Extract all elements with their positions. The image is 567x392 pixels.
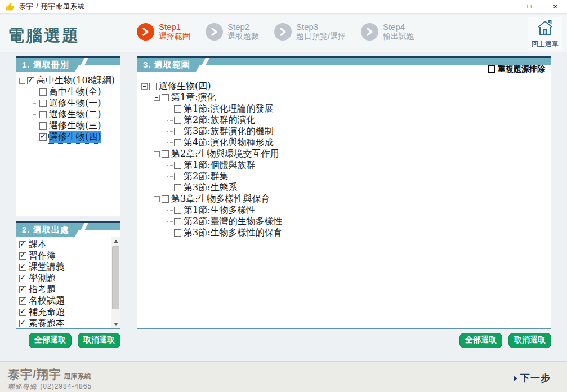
tree-label[interactable]: 高中生物(108課綱) — [37, 75, 115, 87]
source-row[interactable]: 指考題 — [19, 284, 120, 295]
tree-row[interactable]: 第2節:族群的演化 — [166, 114, 551, 126]
step-item-4[interactable]: Step4輸出試題 — [361, 23, 414, 41]
source-row[interactable]: 課堂講義 — [19, 261, 120, 273]
tree-label[interactable]: 第1節:演化理論的發展 — [184, 103, 274, 115]
source-row[interactable]: 素養題本 — [19, 318, 120, 328]
tree-label[interactable]: 高中生物(全) — [49, 86, 101, 98]
close-button[interactable]: × — [549, 0, 561, 13]
tree-label[interactable]: 第1節:生物多樣性 — [184, 204, 256, 216]
tree-label[interactable]: 第2節:群集 — [184, 171, 229, 182]
step-item-1[interactable]: Step1選擇範圍 — [137, 23, 190, 41]
scope-select-all-button[interactable]: 全部選取 — [459, 333, 502, 348]
scroll-up-button[interactable] — [111, 237, 120, 246]
tree-label[interactable]: 第1節:個體與族群 — [184, 159, 256, 171]
dedupe-option[interactable]: 重複題源排除 — [488, 64, 545, 74]
tree-row[interactable]: 第1節:個體與族群 — [166, 159, 551, 171]
tree-row[interactable]: 第4節:演化與物種形成 — [166, 137, 551, 148]
tree-label[interactable]: 第3章:生物多樣性與保育 — [171, 193, 270, 205]
source-row[interactable]: 名校試題 — [19, 295, 120, 306]
scroll-down-button[interactable] — [111, 319, 120, 328]
source-checkbox[interactable] — [19, 264, 26, 271]
tree-checkbox[interactable] — [174, 117, 181, 124]
dedupe-checkbox[interactable] — [488, 65, 495, 73]
sources-scrollbar[interactable] — [111, 237, 120, 328]
step-item-2[interactable]: Step2選取題數 — [206, 23, 259, 41]
tree-row[interactable]: 第3節:生態系 — [166, 182, 551, 193]
collapse-icon[interactable] — [154, 196, 160, 202]
tree-checkbox[interactable] — [174, 162, 181, 169]
source-checkbox[interactable] — [19, 297, 26, 305]
tree-row[interactable]: 選修生物(四) — [141, 81, 551, 92]
tree-checkbox[interactable] — [174, 128, 181, 135]
books-select-all-button[interactable]: 全部選取 — [29, 333, 72, 348]
source-checkbox[interactable] — [19, 320, 26, 327]
source-checkbox[interactable] — [19, 241, 26, 248]
tree-label[interactable]: 第1章:演化 — [171, 92, 216, 104]
tree-checkbox[interactable] — [39, 88, 47, 96]
tree-row[interactable]: 第2節:臺灣的生物多樣性 — [166, 216, 551, 227]
source-row[interactable]: 課本 — [19, 239, 120, 250]
tree-row[interactable]: 選修生物(二) — [32, 109, 120, 120]
source-checkbox[interactable] — [19, 286, 26, 293]
tree-checkbox[interactable] — [162, 195, 169, 203]
tree-checkbox[interactable] — [39, 100, 47, 107]
tree-checkbox[interactable] — [174, 229, 181, 237]
tree-label[interactable]: 選修生物(四) — [49, 131, 101, 143]
next-step-button[interactable]: 下一步 — [514, 372, 551, 385]
tree-checkbox[interactable] — [174, 139, 181, 146]
source-row[interactable]: 補充命題 — [19, 306, 120, 318]
tree-label[interactable]: 第2章:生物與環境交互作用 — [171, 148, 279, 160]
scroll-thumb[interactable] — [112, 246, 119, 309]
tree-row[interactable]: 第3章:生物多樣性與保育 — [154, 193, 551, 204]
tree-label[interactable]: 選修生物(三) — [49, 120, 101, 132]
books-deselect-all-button[interactable]: 取消選取 — [78, 333, 120, 348]
home-button[interactable]: 回主選單 — [528, 17, 562, 50]
tree-label[interactable]: 第2節:臺灣的生物多樣性 — [184, 216, 283, 228]
tree-label[interactable]: 第2節:族群的演化 — [184, 114, 256, 126]
tree-checkbox[interactable] — [39, 133, 47, 141]
tree-label[interactable]: 第3節:族群演化的機制 — [184, 126, 274, 137]
tree-label[interactable]: 選修生物(一) — [49, 97, 101, 109]
tree-row[interactable]: 第1章:演化 — [154, 92, 551, 103]
tree-row[interactable]: 第3節:生物多樣性的保育 — [166, 227, 551, 238]
tree-checkbox[interactable] — [162, 94, 169, 101]
tree-checkbox[interactable] — [39, 122, 47, 130]
tree-row[interactable]: 第1節:演化理論的發展 — [166, 103, 551, 114]
tree-row[interactable]: 高中生物(108課綱) — [19, 75, 120, 86]
tree-row[interactable]: 第2章:生物與環境交互作用 — [154, 148, 551, 159]
tree-label[interactable]: 選修生物(二) — [49, 109, 101, 121]
tree-label[interactable]: 第3節:生態系 — [184, 182, 238, 194]
tree-checkbox[interactable] — [174, 173, 181, 180]
source-row[interactable]: 學測題 — [19, 273, 120, 284]
tree-label[interactable]: 選修生物(四) — [159, 81, 211, 92]
tree-row[interactable]: 高中生物(全) — [32, 86, 120, 97]
collapse-icon[interactable] — [141, 83, 148, 90]
tree-checkbox[interactable] — [174, 207, 181, 214]
tree-row[interactable]: 第3節:族群演化的機制 — [166, 126, 551, 137]
tree-row[interactable]: 第1節:生物多樣性 — [166, 204, 551, 216]
collapse-icon[interactable] — [19, 78, 25, 84]
tree-checkbox[interactable] — [174, 184, 181, 191]
tree-checkbox[interactable] — [39, 111, 47, 118]
tree-checkbox[interactable] — [27, 77, 34, 84]
tree-label[interactable]: 第4節:演化與物種形成 — [184, 137, 274, 149]
tree-checkbox[interactable] — [174, 218, 181, 225]
source-checkbox[interactable] — [19, 252, 26, 260]
maximize-button[interactable]: □ — [523, 0, 535, 13]
tree-row[interactable]: 第2節:群集 — [166, 171, 551, 182]
source-checkbox[interactable] — [19, 309, 26, 316]
step-item-3[interactable]: Step3題目預覽/選擇 — [274, 23, 346, 41]
tree-row[interactable]: 選修生物(一) — [32, 97, 120, 109]
tree-checkbox[interactable] — [149, 83, 157, 90]
tree-row[interactable]: 選修生物(三) — [32, 120, 120, 131]
tree-row[interactable]: 選修生物(四) — [32, 131, 120, 142]
scope-deselect-all-button[interactable]: 取消選取 — [508, 333, 551, 348]
collapse-icon[interactable] — [154, 95, 160, 101]
tree-label[interactable]: 第3節:生物多樣性的保育 — [184, 227, 283, 239]
collapse-icon[interactable] — [154, 151, 160, 157]
tree-checkbox[interactable] — [162, 150, 169, 158]
source-row[interactable]: 習作簿 — [19, 250, 120, 261]
minimize-button[interactable]: — — [497, 0, 510, 13]
tree-checkbox[interactable] — [174, 105, 181, 113]
source-checkbox[interactable] — [19, 275, 26, 282]
